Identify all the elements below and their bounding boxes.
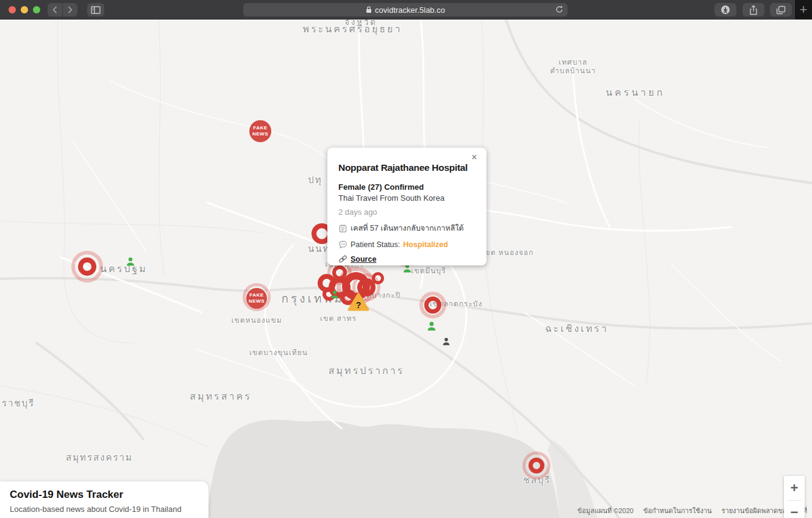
popup-close-button[interactable]: × — [468, 151, 480, 164]
unverified-news-marker[interactable]: ? — [347, 292, 369, 314]
plus-icon: + — [800, 2, 808, 18]
map-label: นครปฐม — [100, 261, 148, 276]
popup-note: เคสที่ 57 เดินทางกลับจากเกาหลีใต้ — [351, 222, 464, 234]
share-icon — [749, 5, 758, 15]
map-label: เขต หนองจอก — [482, 246, 533, 258]
downloads-button[interactable] — [714, 3, 736, 16]
map-label: ปทุ — [308, 173, 322, 187]
map-label: เขตมีนบุรี — [411, 265, 446, 276]
terms-link[interactable]: ข้อกำหนดในการใช้งาน — [643, 505, 711, 516]
question-triangle-icon: ? — [347, 292, 369, 312]
person-marker-green[interactable] — [330, 290, 340, 300]
address-bar[interactable]: covidtracker.5lab.co — [243, 3, 568, 16]
popup-time-ago: 2 days ago — [338, 207, 475, 217]
person-marker-gray[interactable] — [442, 337, 451, 347]
person-icon — [330, 290, 340, 300]
zoom-control: + − — [784, 476, 805, 518]
popup-source-link[interactable]: Source — [351, 255, 376, 264]
reload-icon — [555, 5, 563, 13]
popup-case-line: Female (27) Confirmed — [338, 182, 475, 192]
water-gulf — [207, 420, 560, 518]
map-label: สมุทรปราการ — [329, 363, 404, 378]
site-title: Covid-19 News Tracker — [10, 489, 199, 501]
popup-status-value: Hospitalized — [403, 240, 448, 249]
window-close-button[interactable] — [9, 6, 16, 13]
map-label: ตำบลบ้านนา — [550, 65, 596, 76]
lock-icon — [366, 6, 372, 13]
tab-overview-button[interactable] — [770, 3, 792, 16]
link-icon — [338, 254, 347, 264]
sidebar-toggle-button[interactable] — [87, 3, 104, 16]
site-info-card: Covid-19 News Tracker Location-based new… — [0, 481, 208, 518]
zoom-in-button[interactable]: + — [784, 476, 805, 500]
forward-button[interactable] — [63, 3, 77, 16]
zoom-out-button[interactable]: − — [784, 501, 805, 518]
marker-core-ring — [78, 257, 96, 276]
popup-status-label: Patient Status: — [351, 240, 400, 249]
person-icon — [426, 321, 437, 332]
share-button[interactable] — [743, 3, 764, 16]
map-attribution: ข้อมูลแผนที่ ©2020 ข้อกำหนดในการใช้งาน ร… — [577, 505, 807, 516]
speech-bubble-icon — [338, 240, 347, 249]
fake-news-circle: FAKENEWS — [249, 120, 271, 142]
marker-core-ring — [424, 297, 441, 314]
note-icon — [338, 224, 347, 233]
window-zoom-button[interactable] — [33, 6, 40, 13]
reload-button[interactable] — [555, 5, 563, 15]
person-icon — [442, 337, 451, 347]
download-icon — [721, 5, 730, 15]
sidebar-icon — [91, 6, 101, 14]
browser-toolbar: covidtracker.5lab.co + — [0, 0, 812, 20]
map-label: สมุทรสงคราม — [66, 450, 133, 465]
popup-title: Nopparat Rajathanee Hospital — [338, 162, 475, 173]
map-label: เขตบางขุนเทียน — [249, 347, 308, 358]
map-label: สมุทรสาคร — [190, 389, 252, 404]
marker-core-ring — [529, 458, 544, 473]
map-canvas[interactable]: จังหวัดพระนครศรีอยุธยาเทศบาลตำบลบ้านนานค… — [0, 20, 812, 518]
map-label: ฉะเชิงเทรา — [545, 321, 608, 336]
site-subtitle: Location-based news about Covid-19 in Th… — [10, 505, 199, 514]
marker-halo-ring — [243, 283, 271, 311]
back-button[interactable] — [48, 3, 62, 16]
person-icon — [126, 257, 136, 267]
fake-news-marker[interactable]: FAKENEWS — [249, 120, 271, 142]
tabs-icon — [776, 5, 786, 15]
person-marker-green[interactable] — [126, 257, 136, 267]
case-popup: × Nopparat Rajathanee Hospital Female (2… — [327, 148, 486, 265]
chevron-right-icon — [66, 5, 74, 14]
map-data-copyright: ข้อมูลแผนที่ ©2020 — [577, 505, 633, 516]
map-label: นครนายก — [605, 85, 664, 100]
popup-travel-line: Thai Travel From South Korea — [338, 193, 475, 203]
corner-plus-button[interactable]: + — [795, 0, 812, 20]
map-label: พระนครศรีอยุธยา — [303, 21, 402, 37]
map-label: เขตหนองแขม — [231, 314, 282, 326]
url-text: covidtracker.5lab.co — [375, 5, 445, 15]
svg-text:?: ? — [356, 300, 361, 310]
person-marker-green[interactable] — [426, 321, 437, 332]
chevron-left-icon — [51, 5, 59, 14]
window-minimize-button[interactable] — [21, 6, 28, 13]
map-label: ราชบุรี — [2, 396, 35, 411]
